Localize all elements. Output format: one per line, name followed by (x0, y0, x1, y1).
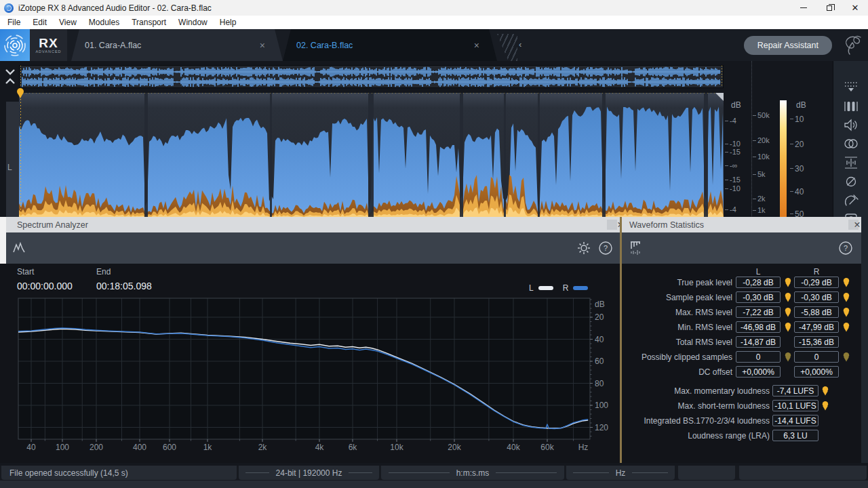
loudness-value[interactable]: -7,4 LUFS (772, 385, 818, 396)
faders-icon[interactable] (844, 99, 859, 114)
menu-view[interactable]: View (53, 16, 83, 29)
minimize-button[interactable] (791, 0, 816, 16)
marker-pin-icon[interactable] (843, 278, 850, 287)
marker-pin-icon[interactable] (785, 323, 791, 332)
speaker-icon[interactable] (844, 118, 859, 133)
channel-legend[interactable]: L R (529, 283, 588, 293)
pen-squiggle-icon[interactable] (838, 34, 864, 58)
stat-value-right[interactable]: 0 (794, 351, 839, 363)
x-tick-label: 10k (390, 443, 403, 452)
tab-overflow-hatch (497, 34, 517, 61)
help-icon[interactable]: ? (598, 241, 613, 256)
render-marker-icon[interactable] (844, 80, 859, 95)
ruler-unit: dB (796, 100, 806, 110)
panel-close-button[interactable]: ✕ (607, 220, 617, 230)
stat-value-left[interactable]: -0,28 dB (736, 277, 781, 288)
ruler-tick-label: 2k (757, 195, 766, 203)
stat-label: Total RMS level (626, 338, 732, 347)
editor-area: L dB-4-10-15-∞-15-10-4 50k20k10k5k2k1k d… (0, 61, 868, 488)
ruler-tick-label: 5k (757, 170, 766, 178)
spectrogram-intensity-gradient[interactable] (780, 100, 787, 217)
y-tick-label: 40 (595, 335, 604, 344)
bypass-icon[interactable] (844, 174, 859, 189)
marker-pin-icon[interactable] (822, 401, 829, 411)
ruler-tick-label: -4 (730, 117, 736, 125)
stat-value-right[interactable]: -47,99 dB (794, 321, 839, 333)
status-empty-2[interactable] (739, 466, 867, 480)
stat-value-right[interactable]: -0,29 dB (794, 277, 839, 288)
restore-icon (827, 5, 832, 11)
restore-button[interactable] (816, 0, 842, 16)
plug-icon[interactable] (844, 193, 859, 208)
frequency-ruler[interactable]: 50k20k10k5k2k1k (751, 61, 780, 219)
loudness-value[interactable]: -10,1 LUFS (772, 400, 818, 411)
window-title: iZotope RX 8 Advanced Audio Editor - 02.… (18, 3, 212, 13)
tab-scroll-left-icon[interactable]: ‹ (519, 39, 521, 61)
statistics-icon (629, 240, 646, 256)
menu-window[interactable]: Window (172, 16, 214, 29)
stat-value-left[interactable]: 0 (736, 351, 781, 363)
stereo-circles-icon[interactable] (844, 136, 859, 151)
stat-value-right[interactable]: -15,36 dB (794, 336, 839, 348)
tab-cara-b[interactable]: 02. Cara-B.flac × (283, 29, 497, 61)
marker-pin-icon[interactable] (785, 278, 791, 287)
spectrum-panel-titlebar[interactable]: Spectrum Analyzer ✕ (0, 217, 620, 232)
marker-pin-icon[interactable] (843, 352, 850, 362)
amplitude-ruler[interactable]: dB-4-10-15-∞-15-10-4 (724, 61, 749, 219)
marker-pin-icon[interactable] (843, 308, 850, 317)
stat-value-right[interactable]: -5,88 dB (794, 306, 839, 318)
x-axis-unit: Hz (578, 443, 589, 452)
waveform-overview[interactable] (19, 65, 724, 88)
playhead-pin-icon[interactable] (16, 88, 24, 99)
marker-pin-icon[interactable] (785, 293, 791, 302)
stat-value-left[interactable]: -14,87 dB (736, 336, 781, 348)
stat-value-right[interactable]: +0,000% (794, 366, 839, 378)
status-empty-1[interactable] (678, 466, 735, 480)
stat-label: Max. RMS level (626, 308, 732, 317)
marker-pin-icon[interactable] (822, 386, 829, 396)
stats-panel-toolbar: ? (622, 232, 861, 264)
collapse-overview-icon[interactable] (3, 67, 17, 86)
meter-icon[interactable] (844, 155, 859, 170)
menu-modules[interactable]: Modules (83, 16, 125, 29)
stat-value-left[interactable]: -46,98 dB (736, 321, 781, 333)
tab-close-icon[interactable]: × (260, 40, 265, 51)
legend-left-label: L (529, 283, 534, 293)
stat-value-left[interactable]: -7,22 dB (736, 306, 781, 318)
status-time-format[interactable]: h:m:s.ms (381, 466, 564, 480)
status-format[interactable]: 24-bit | 192000 Hz (239, 466, 379, 480)
tab-close-icon[interactable]: × (474, 40, 479, 51)
status-freq-unit[interactable]: Hz (566, 466, 675, 480)
repair-assistant-button[interactable]: Repair Assistant (744, 36, 832, 55)
stat-value-left[interactable]: -0,30 dB (736, 291, 781, 303)
stats-panel-titlebar[interactable]: Waveform Statistics ✕ (622, 217, 861, 232)
x-tick-label: 40k (507, 443, 520, 452)
marker-pin-icon[interactable] (843, 323, 850, 332)
spectrum-chart[interactable]: 401002004006001k2k4k6k10k20k40k60kHz2040… (15, 294, 612, 458)
panel-close-button[interactable]: ✕ (848, 220, 859, 230)
tab-cara-a[interactable]: 01. Cara-A.flac × (71, 29, 283, 61)
stat-value-left[interactable]: +0,000% (736, 366, 781, 378)
ruler-tick-label: 40 (795, 187, 804, 197)
menu-file[interactable]: File (1, 16, 26, 29)
menu-transport[interactable]: Transport (125, 16, 172, 29)
loudness-value[interactable]: 6,3 LU (772, 430, 818, 441)
menu-help[interactable]: Help (214, 16, 243, 29)
status-message[interactable]: File opened successfully (14,5 s) (1, 466, 237, 480)
intensity-ruler[interactable]: dB1020304050 (789, 61, 816, 219)
ruler-tick-label: -4 (730, 205, 736, 214)
gear-icon[interactable] (576, 241, 591, 256)
help-icon[interactable]: ? (838, 241, 853, 256)
marker-pin-icon[interactable] (785, 352, 791, 362)
close-button[interactable]: ✕ (842, 0, 868, 16)
panel-collapse-strip[interactable] (0, 217, 6, 264)
ruler-tick-label: -15 (730, 148, 741, 156)
spectrogram-view[interactable] (19, 93, 724, 218)
marker-pin-icon[interactable] (785, 308, 791, 317)
loudness-value[interactable]: -14,4 LUFS (772, 415, 818, 426)
stat-value-right[interactable]: -0,30 dB (794, 291, 839, 303)
menu-edit[interactable]: Edit (26, 16, 53, 29)
stat-label: DC offset (626, 367, 732, 377)
y-tick-label: 80 (595, 379, 604, 388)
marker-pin-icon[interactable] (843, 293, 850, 302)
